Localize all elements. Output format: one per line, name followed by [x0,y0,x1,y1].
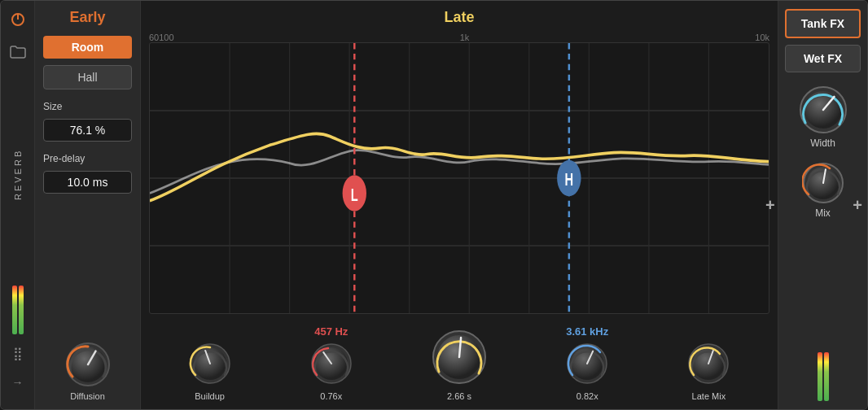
output-meter-right [824,352,829,401]
mix-knob[interactable] [802,162,844,204]
reverb-label: REVERB [13,74,23,274]
plugin-container: REVERB ⣿ → Early Room Hall Size 76.1 % P… [0,0,868,410]
low-freq-display: 457 Hz [314,325,348,338]
plus-left-button[interactable]: + [765,196,775,215]
meter-bar-right [19,286,24,334]
input-meters [12,286,24,334]
freq-labels-row: 60 100 1k 10k [141,29,778,42]
decay-label: 2.66 s [447,391,471,401]
predelay-value[interactable]: 10.0 ms [43,171,132,194]
folder-icon[interactable] [7,41,28,63]
diffusion-knob[interactable] [64,341,112,388]
plus-right-button[interactable]: + [853,196,862,215]
high-mult-label: 0.82x [576,391,598,401]
tank-fx-button[interactable]: Tank FX [785,9,861,38]
svg-text:L: L [351,185,358,205]
diffusion-label: Diffusion [70,391,105,401]
room-button[interactable]: Room [43,36,132,59]
high-mult-group: 3.61 kHz 0.82x [566,325,608,401]
hall-button[interactable]: Hall [43,65,132,89]
buildup-group: Buildup [189,342,231,401]
grid-icon[interactable]: ⣿ [7,342,28,364]
power-button[interactable] [7,9,28,30]
wet-fx-button[interactable]: Wet FX [785,45,861,72]
decay-knob[interactable] [432,329,487,385]
left-sidebar: REVERB ⣿ → [1,1,35,409]
late-mix-group: Late Mix [687,342,730,401]
sidebar-bottom: ⣿ → [7,286,28,401]
size-value[interactable]: 76.1 % [43,119,132,142]
late-mix-knob[interactable] [687,342,730,385]
freq-100: 100 [159,33,173,42]
low-mult-group: 457 Hz 0.76x [310,325,353,401]
predelay-label: Pre-delay [43,153,132,164]
width-knob[interactable] [799,85,848,134]
low-mult-knob[interactable] [310,342,353,385]
mix-group: Mix [802,162,844,219]
buildup-label: Buildup [195,391,225,401]
low-mult-label: 0.76x [320,391,342,401]
size-label: Size [43,101,132,112]
width-label: Width [810,137,835,149]
late-title: Late [141,1,778,29]
buildup-knob[interactable] [189,342,231,385]
diffusion-area: Diffusion [43,333,132,401]
output-meters [818,352,829,401]
main-area: Late 60 100 1k 10k [141,1,778,409]
meter-bar-left [12,286,17,334]
eq-svg: L H [150,43,769,313]
high-mult-knob[interactable] [566,342,608,385]
width-group: Width [799,85,848,149]
freq-60: 60 [149,33,159,42]
late-mix-label: Late Mix [692,391,726,401]
freq-1k: 1k [460,33,470,42]
controls-row: Buildup 457 Hz [141,319,778,409]
decay-group: 2.66 s [432,329,487,401]
svg-text:H: H [565,169,574,190]
freq-10k: 10k [755,33,769,42]
right-panel: Tank FX Wet FX Width [778,1,867,409]
arrow-icon[interactable]: → [7,372,28,393]
output-meter-left [818,352,822,401]
early-title: Early [43,9,132,29]
eq-display[interactable]: L H [149,42,769,314]
early-panel: Early Room Hall Size 76.1 % Pre-delay 10… [35,1,141,409]
high-freq-display: 3.61 kHz [566,325,608,338]
mix-label: Mix [815,207,831,219]
